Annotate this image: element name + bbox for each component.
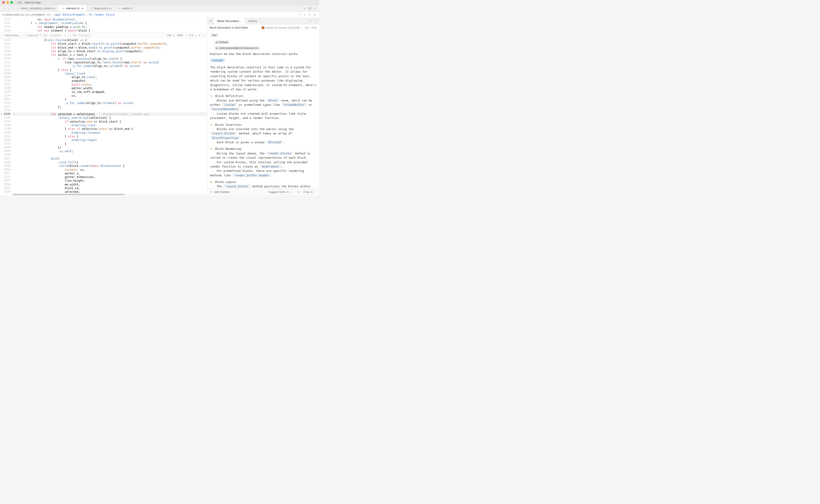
gutter-glyph[interactable] (13, 94, 16, 98)
editor-tab[interactable]: ⛭inline_completion_button.rs (13, 5, 59, 12)
editor-tab[interactable]: ⛭element.rs (59, 5, 86, 12)
inline-add-button[interactable]: ＋ (203, 34, 205, 37)
code-line[interactable]: Ordering::Less (16, 124, 207, 127)
code-line[interactable]: } else { (16, 135, 207, 138)
gutter-glyph[interactable] (13, 57, 16, 61)
gutter-glyph[interactable] (13, 53, 16, 57)
breadcrumb-impl-sym[interactable]: EditorElement (63, 13, 85, 16)
zoom-pane-button[interactable]: ⤢ (313, 7, 318, 10)
gutter-glyph[interactable] (13, 101, 16, 105)
code-line[interactable]: let header_padding = px(6.0); (16, 25, 207, 29)
assistant-context-row[interactable]: ›▤zed/crates/editor/src/element.rs (210, 46, 316, 50)
gutter-glyph[interactable] (13, 86, 16, 90)
code-line[interactable]: anchor_x, (16, 172, 207, 175)
gutter-glyph[interactable] (13, 61, 16, 64)
gutter-glyph[interactable] (13, 146, 16, 149)
code-line[interactable]: line_height, (16, 179, 207, 183)
code-line[interactable]: line_layouts[align_to.row().minus(rows.s… (16, 61, 207, 64)
git-blame[interactable]: ᛘRichard Feldman, 1 month ago (100, 113, 149, 116)
gutter-glyph[interactable] (13, 116, 16, 120)
code-line[interactable]: .x_for_index(align_to.column() as usize) (16, 64, 207, 68)
code-line[interactable]: let block_end = block.end().to_point(&sn… (16, 46, 207, 49)
gutter-glyph[interactable] (13, 172, 16, 175)
code-line[interactable]: layout_line( (16, 72, 207, 75)
code-line[interactable] (16, 109, 207, 112)
project-name[interactable]: new-css-logo (25, 1, 41, 4)
code-line[interactable]: let selected = selectionsᛘRichard Feldma… (16, 112, 207, 116)
horizontal-scrollbar-thumb[interactable] (13, 194, 125, 195)
code-area[interactable]: 2215 Block::Custom(block) => {2216 let b… (0, 38, 207, 194)
code-line[interactable]: snapshot, (16, 79, 207, 83)
gutter-glyph[interactable] (13, 68, 16, 72)
code-line[interactable]: block_id, (16, 186, 207, 190)
code-line[interactable]: .size_full() (16, 161, 207, 164)
breadcrumb-file[interactable]: crates/editor/src/element.rs (2, 13, 50, 16)
zoom-window-button[interactable] (10, 1, 13, 4)
code-line[interactable]: } (16, 142, 207, 146)
code-line[interactable]: let block_start = block.start().to_point… (16, 42, 207, 46)
gutter-glyph[interactable] (13, 72, 16, 75)
gutter-glyph[interactable] (13, 135, 16, 138)
add-context-button[interactable]: ＋ Add Context (210, 190, 230, 194)
assistant-new-button[interactable]: + (308, 19, 313, 23)
code-line[interactable] (16, 153, 207, 157)
editor-tab[interactable]: ⛭editor.rs (115, 5, 136, 12)
search-icon[interactable]: ⌕ (297, 13, 302, 16)
gutter-glyph[interactable] (13, 138, 16, 142)
gutter-glyph[interactable] (13, 64, 16, 68)
code-line[interactable]: .child(block.render(&mut BlockContext { (16, 164, 207, 168)
assistant-model-picker[interactable]: Claude 3.5 Sonnet (Fast Edit) ⌄ (262, 26, 303, 29)
gutter-glyph[interactable] (13, 49, 16, 53)
inline-prev-button[interactable]: ‹ (186, 34, 187, 37)
gutter-glyph[interactable] (13, 186, 16, 190)
gutter-glyph[interactable] (13, 75, 16, 79)
code-line[interactable]: if selection.end <= block_start { (16, 120, 207, 124)
code-line[interactable]: cx: &mut WindowContext, (16, 18, 207, 21)
gutter-glyph[interactable]: ⌄ (13, 112, 16, 116)
magic-wand-icon[interactable]: ✧ (2, 34, 3, 37)
nav-back-button[interactable]: ‹ (2, 7, 6, 10)
code-line[interactable]: Ordering::Greater (16, 131, 207, 135)
gutter-glyph[interactable] (13, 42, 16, 46)
gutter-glyph[interactable] (13, 131, 16, 135)
horizontal-scrollbar[interactable] (13, 193, 206, 196)
gutter-glyph[interactable] (13, 157, 16, 161)
code-line[interactable]: Ordering::Equal (16, 138, 207, 142)
code-line[interactable]: } else if selection.start >= block_end { (16, 127, 207, 131)
code-line[interactable]: .binary_search_by(|selection| { (16, 116, 207, 120)
assistant-history-icon[interactable]: ↺ (207, 18, 214, 24)
breadcrumb-fn-sym[interactable]: render_block (94, 13, 114, 16)
code-line[interactable]: let mut element = match block { (16, 29, 207, 32)
gutter-glyph[interactable] (13, 161, 16, 164)
gutter-glyph[interactable] (13, 142, 16, 146)
code-line[interactable]: .is_ok(); (16, 149, 207, 153)
code-line[interactable]: + if rows.contains(&align_to.row()) { (16, 57, 207, 61)
code-line[interactable]: &self.style, (16, 83, 207, 86)
gutter-glyph[interactable] (13, 175, 16, 179)
gutter-glyph[interactable] (13, 127, 16, 131)
code-line[interactable]: em_width, (16, 183, 207, 186)
code-line[interactable]: gutter_dimensions, (16, 175, 207, 179)
code-line[interactable]: align_to.row(), (16, 75, 207, 79)
code-area-top[interactable]: 2211 cx: &mut WindowContext,2212 ) -> (A… (0, 18, 207, 32)
inline-close-button[interactable]: ✕ (199, 34, 200, 37)
gutter-glyph[interactable] (13, 120, 16, 124)
cursor-icon[interactable]: I (307, 13, 312, 16)
gutter-glyph[interactable] (13, 168, 16, 172)
code-line[interactable]: let align_to = block_start.to_display_po… (16, 49, 207, 53)
assistant-tab-conversation[interactable]: Block Decoration… (214, 18, 245, 24)
gutter-glyph[interactable] (13, 83, 16, 86)
new-tab-button[interactable]: + (302, 7, 307, 10)
code-line[interactable]: is_row_soft_wrapped, (16, 90, 207, 94)
assistant-menu-button[interactable]: ⋮ (313, 19, 318, 23)
code-line[interactable]: }) (16, 146, 207, 149)
inline-next-button[interactable]: › (195, 34, 196, 37)
gutter-glyph[interactable] (13, 105, 16, 109)
code-line[interactable]: let anchor_x = text_x (16, 53, 207, 57)
gutter-glyph[interactable] (13, 46, 16, 49)
gutter-glyph[interactable] (13, 183, 16, 186)
gutter-glyph[interactable] (13, 98, 16, 101)
assistant-context-row[interactable]: ›▤Default (210, 40, 316, 44)
gutter-glyph[interactable] (13, 79, 16, 83)
code-line[interactable]: div() (16, 157, 207, 161)
